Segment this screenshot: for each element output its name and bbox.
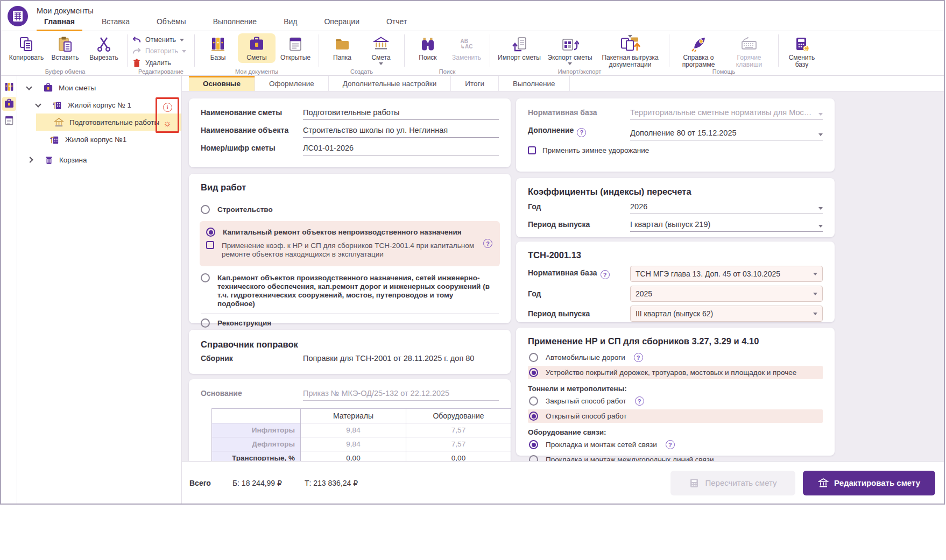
tree-item-recycle-bin[interactable]: Корзина	[17, 151, 181, 168]
recalculate-button[interactable]: Пересчитать смету	[670, 471, 795, 495]
ribbon-tab-report[interactable]: Отчет	[379, 14, 414, 31]
object-name-input[interactable]: Строительство школы по ул. Неглинная	[303, 126, 499, 138]
help-icon[interactable]	[666, 440, 675, 449]
chevron-down-icon[interactable]	[26, 84, 32, 90]
option-open-method[interactable]: Открытый способ работ	[528, 409, 823, 423]
replace-button[interactable]: AB↳AC Заменить	[448, 33, 485, 63]
opened-button[interactable]: Открытые	[277, 33, 314, 63]
hotkeys-button[interactable]: Горячие клавиши	[724, 33, 774, 70]
chevron-down-icon[interactable]	[813, 313, 817, 315]
ribbon-tab-insert[interactable]: Вставка	[94, 14, 137, 31]
radio-icon[interactable]	[201, 205, 210, 214]
copy-button[interactable]: Копировать	[8, 33, 45, 63]
winter-markup-checkbox-row[interactable]: Применить зимнее удорожание	[528, 146, 823, 154]
import-estimate-button[interactable]: Импорт сметы	[495, 33, 544, 63]
bases-button[interactable]: Базы	[199, 33, 237, 63]
search-button[interactable]: Поиск	[409, 33, 447, 63]
new-folder-button[interactable]: Папка	[323, 33, 361, 63]
chevron-down-icon[interactable]	[35, 101, 41, 107]
chevron-down-icon	[818, 113, 823, 116]
ribbon-tab-view[interactable]: Вид	[276, 14, 305, 31]
radio-icon[interactable]	[529, 455, 538, 461]
chevron-down-icon[interactable]	[813, 273, 817, 275]
radio-selected-icon[interactable]	[529, 368, 538, 377]
redo-button[interactable]: Повторить	[132, 47, 190, 55]
tsn13-period-select[interactable]: III квартал (выпуск 62)	[630, 306, 823, 322]
main-area: Основные Оформление Дополнительные настр…	[182, 76, 944, 504]
chevron-down-icon[interactable]	[568, 62, 572, 65]
ribbon-tab-volumes[interactable]: Объёмы	[149, 14, 194, 31]
change-base-button[interactable]: Сменить базу	[783, 33, 821, 70]
cut-button[interactable]: Вырезать	[85, 33, 123, 63]
estimates-button[interactable]: Сметы	[238, 33, 276, 63]
work-type-option-capital-repair[interactable]: Капитальный ремонт объектов непроизводст…	[206, 224, 478, 240]
tab-execution[interactable]: Выполнение	[499, 76, 570, 91]
ribbon-tab-execution[interactable]: Выполнение	[206, 14, 264, 31]
corrections-collection-value[interactable]: Поправки для ТСН-2001 от 28.11.2025 г. д…	[303, 354, 474, 363]
basis-input[interactable]: Приказ № МКЭ-ОД/25-132 от 22.12.2025	[303, 389, 499, 401]
edit-estimate-button[interactable]: Редактировать смету	[803, 471, 935, 495]
addition-select[interactable]: Дополнение 80 от 15.12.2025	[630, 129, 823, 140]
radio-selected-icon[interactable]	[529, 412, 538, 421]
coeff-period-select[interactable]: I квартал (выпуск 219)	[630, 220, 823, 232]
paste-button[interactable]: Вставить	[46, 33, 84, 63]
tab-formatting[interactable]: Оформление	[255, 76, 329, 91]
help-icon[interactable]	[634, 353, 643, 362]
chevron-down-icon[interactable]	[818, 225, 823, 228]
radio-selected-icon[interactable]	[206, 228, 215, 237]
ribbon-tab-main[interactable]: Главная	[37, 14, 82, 31]
option-pavements[interactable]: Устройство покрытий дорожек, тротуаров, …	[528, 366, 823, 379]
coeff-year-select[interactable]: 2026	[630, 202, 823, 214]
tab-additional-settings[interactable]: Дополнительные настройки	[329, 76, 451, 91]
work-type-option-construction[interactable]: Строительство	[201, 200, 499, 219]
rail-bases-button[interactable]	[2, 80, 16, 94]
toolbar: Копировать Вставить Вырезать Буфер обмен…	[1, 31, 944, 76]
tab-totals[interactable]: Итоги	[451, 76, 499, 91]
sun-icon[interactable]	[163, 119, 172, 128]
chevron-down-icon[interactable]	[180, 39, 184, 41]
tsn-coeff-checkbox-row[interactable]: Применение коэф. к НР и СП для сборников…	[206, 240, 478, 262]
radio-icon[interactable]	[529, 353, 538, 362]
chevron-down-icon[interactable]	[818, 207, 823, 210]
chevron-down-icon[interactable]	[628, 35, 632, 38]
option-comm-networks[interactable]: Прокладка и монтаж сетей связи	[528, 438, 823, 451]
checkbox-icon[interactable]	[206, 241, 214, 249]
radio-icon[interactable]	[529, 396, 538, 406]
help-icon[interactable]	[483, 239, 492, 248]
transport-materials-cell[interactable]: 0,00	[301, 451, 406, 461]
checkbox-icon[interactable]	[528, 146, 536, 154]
tree-item-building-1b[interactable]: Жилой корпус №1	[17, 131, 181, 148]
help-icon[interactable]	[601, 270, 610, 279]
help-icon[interactable]	[635, 396, 644, 406]
radio-icon[interactable]	[201, 273, 210, 282]
option-auto-roads[interactable]: Автомобильные дороги	[528, 351, 823, 364]
tsn13-year-select[interactable]: 2025	[630, 286, 823, 302]
transport-equipment-cell[interactable]: 0,00	[406, 451, 511, 461]
radio-icon[interactable]	[201, 318, 210, 328]
tsn13-base-select[interactable]: ТСН МГЭ глава 13. Доп. 45 от 03.10.2025	[630, 266, 823, 282]
info-icon[interactable]	[163, 103, 172, 112]
about-button[interactable]: Справка о программе	[674, 33, 723, 70]
rail-estimates-button[interactable]	[2, 97, 16, 111]
estimate-number-input[interactable]: ЛС01-01-2026	[303, 144, 499, 155]
export-estimate-button[interactable]: Экспорт сметы	[545, 33, 595, 67]
option-closed-method[interactable]: Закрытый способ работ	[528, 394, 823, 408]
rail-open-docs-button[interactable]	[2, 114, 16, 127]
chevron-down-icon[interactable]	[818, 133, 823, 136]
radio-selected-icon[interactable]	[529, 440, 538, 449]
undo-button[interactable]: Отменить	[132, 36, 190, 44]
toolbar-divider	[319, 34, 319, 67]
chevron-down-icon[interactable]	[379, 62, 383, 65]
estimate-name-input[interactable]: Подготовительные работы	[303, 108, 499, 120]
tab-general[interactable]: Основные	[189, 76, 255, 91]
chevron-right-icon[interactable]	[27, 157, 33, 162]
ribbon-tab-operations[interactable]: Операции	[316, 14, 367, 31]
batch-export-button[interactable]: Пакетная выгрузка документации	[596, 33, 665, 70]
delete-button[interactable]: Удалить	[132, 58, 190, 68]
option-comm-longdistance[interactable]: Прокладка и монтаж междугородных линий с…	[528, 453, 823, 461]
work-type-option-industrial-repair[interactable]: Кап.ремонт объектов производственного на…	[201, 268, 499, 313]
chevron-down-icon[interactable]	[813, 293, 817, 295]
new-estimate-button[interactable]: Смета	[362, 33, 400, 67]
help-icon[interactable]	[577, 128, 586, 137]
tree-item-my-estimates[interactable]: Мои сметы	[17, 79, 181, 96]
